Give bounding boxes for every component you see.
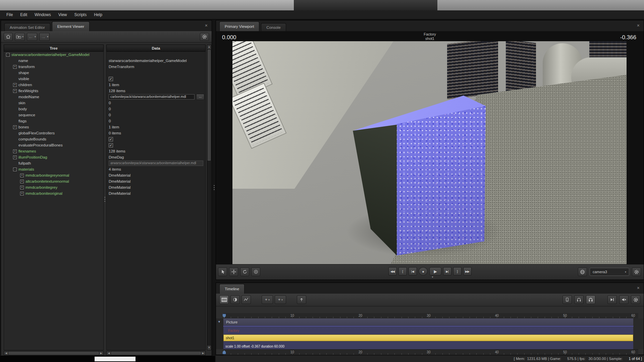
clip-editor-button[interactable]	[219, 295, 229, 304]
tree-item-mmdcarbonitegrey[interactable]: +mmdcarbonitegrey	[4, 184, 103, 190]
checkbox-evaluateProceduralBones[interactable]: ✓	[109, 143, 113, 147]
viewport-3d-scene[interactable]	[232, 41, 627, 265]
tree-item-flags[interactable]: flags	[4, 118, 103, 124]
tree-item-modelName[interactable]: modelName	[4, 94, 103, 100]
camera-select[interactable]: camera3	[590, 268, 629, 276]
collapse-track-icon[interactable]	[218, 320, 221, 323]
go-to-clip-start-button[interactable]: [	[398, 267, 407, 276]
go-to-clip-end-button[interactable]: ]	[453, 267, 462, 276]
rotate-tool-button[interactable]	[240, 267, 249, 276]
scrollbar-thumb[interactable]	[111, 352, 201, 355]
expand-plus-icon[interactable]: +	[13, 149, 17, 153]
tree-item-transform[interactable]: +transform	[4, 64, 103, 70]
motion-editor-button[interactable]	[230, 295, 240, 304]
skip-to-next-clip-button[interactable]: ▶▶	[463, 267, 472, 276]
tree-item-mmdcarboniteoriginal[interactable]: +mmdcarboniteoriginal	[4, 190, 103, 196]
browse-button[interactable]: ...	[196, 94, 204, 100]
scroll-up-icon[interactable]: ▲	[207, 45, 211, 49]
graph-editor-button[interactable]	[241, 295, 251, 304]
tree-item-name[interactable]: name	[4, 58, 103, 64]
scroll-right-icon[interactable]: ▶	[201, 351, 205, 355]
add-keyframe-button[interactable]: +	[262, 295, 273, 304]
expand-plus-icon[interactable]: +	[13, 89, 17, 93]
menu-help[interactable]: Help	[90, 11, 106, 18]
playhead[interactable]	[222, 350, 226, 354]
close-icon[interactable]: ×	[637, 286, 640, 290]
collapse-minus-icon[interactable]: -	[13, 168, 17, 171]
collapse-minus-icon[interactable]: -	[6, 53, 10, 57]
tab-timeline[interactable]: Timeline	[219, 284, 245, 294]
tree-item-starwarscarbonitematerialhelper_GameModel[interactable]: -starwarscarbonitematerialhelper_GameMod…	[4, 52, 103, 58]
data-vertical-scrollbar[interactable]: ▲ ▼	[207, 45, 211, 350]
expand-plus-icon[interactable]: +	[20, 180, 24, 183]
tree-horizontal-scrollbar[interactable]: ◀ ▶	[4, 351, 104, 355]
back-button[interactable]: ←	[27, 33, 37, 41]
tree-item-visible[interactable]: visible	[4, 76, 103, 82]
panel-splitter-grip[interactable]	[213, 183, 215, 192]
mute-button[interactable]	[619, 295, 629, 304]
scroll-down-icon[interactable]: ▼	[207, 346, 211, 350]
tree-item-materials[interactable]: -materials	[4, 166, 103, 172]
timeline-ruler-bottom[interactable]: 102030405060	[223, 349, 638, 355]
tree-item-altcarbonitetexturenormal[interactable]: +altcarbonitetexturenormal	[4, 178, 103, 184]
scroll-right-icon[interactable]: ▶	[99, 351, 103, 355]
column-splitter-grip[interactable]	[104, 195, 106, 203]
add-clip-button[interactable]: +	[275, 295, 286, 304]
expand-plus-icon[interactable]: +	[13, 156, 17, 159]
play-button[interactable]: ▶	[429, 267, 441, 276]
menu-edit[interactable]: Edit	[16, 11, 31, 18]
tab-animation-set-editor[interactable]: Animation Set Editor	[4, 23, 50, 31]
tree-item-flexnames[interactable]: +flexnames	[4, 148, 103, 154]
home-button[interactable]	[4, 33, 13, 41]
capture-device-button[interactable]	[562, 295, 572, 304]
menu-windows[interactable]: Windows	[31, 11, 55, 18]
clip-scale-info-row[interactable]: scale 1.00 offset -0.367 duration 60.000	[223, 341, 633, 349]
expand-plus-icon[interactable]: +	[13, 83, 17, 87]
menu-file[interactable]: File	[3, 11, 16, 18]
viewport-canvas[interactable]: 0.000 -0.366 Factory shot1	[216, 31, 644, 265]
tree-item-body[interactable]: body	[4, 106, 103, 112]
picture-track-header[interactable]: Picture	[223, 318, 633, 326]
expand-plus-icon[interactable]: +	[13, 125, 17, 129]
data-horizontal-scrollbar[interactable]: ◀ ▶	[106, 351, 206, 355]
orbit-camera-button[interactable]	[251, 267, 260, 276]
close-icon[interactable]: ×	[205, 23, 208, 28]
timeline-settings-gear-button[interactable]	[631, 295, 640, 304]
tree-item-sequence[interactable]: sequence	[4, 112, 103, 118]
up-one-level-button[interactable]	[15, 33, 25, 41]
scrollbar-thumb[interactable]	[9, 352, 99, 355]
expand-plus-icon[interactable]: +	[13, 65, 17, 69]
play-options-caret-icon[interactable]	[432, 276, 433, 279]
tree-item-skin[interactable]: skin	[4, 100, 103, 106]
tree-item-bones[interactable]: +bones	[4, 124, 103, 130]
checkbox-visible[interactable]: ✓	[109, 77, 113, 81]
tree-item-children[interactable]: +children	[4, 82, 103, 88]
tab-console[interactable]: Console	[261, 23, 286, 31]
step-forward-button[interactable]: ▶|	[443, 267, 451, 276]
tree-item-shape[interactable]: shape	[4, 70, 103, 76]
tree-item-fullpath[interactable]: fullpath	[4, 160, 103, 166]
film-clip-factory[interactable]: Factory	[223, 326, 633, 335]
promote-selection-button[interactable]	[297, 295, 306, 304]
expand-plus-icon[interactable]: +	[20, 174, 24, 177]
scrollbar-thumb[interactable]	[208, 50, 211, 161]
tree-item-illumPositionDag[interactable]: +illumPositionDag	[4, 154, 103, 160]
checkbox-computeBounds[interactable]: ✓	[109, 137, 113, 141]
tree-item-globalFlexControllers[interactable]: globalFlexControllers	[4, 130, 103, 136]
close-icon[interactable]: ×	[637, 23, 640, 28]
forward-button[interactable]: →	[39, 33, 50, 41]
move-tool-button[interactable]	[229, 267, 238, 276]
headphones-button[interactable]	[574, 295, 584, 304]
playhead[interactable]	[222, 314, 226, 318]
tab-primary-viewport[interactable]: Primary Viewport	[219, 21, 259, 31]
scroll-left-icon[interactable]: ◀	[107, 351, 111, 355]
tree-item-computeBounds[interactable]: computeBounds	[4, 136, 103, 142]
step-back-button[interactable]: |◀	[409, 267, 417, 276]
solo-headphones-button[interactable]	[586, 295, 595, 304]
timeline-ruler-top[interactable]: 102030405060	[223, 313, 638, 319]
viewport-settings-gear-button[interactable]	[632, 267, 641, 276]
select-tool-button[interactable]	[218, 267, 227, 276]
tab-element-viewer[interactable]: Element Viewer	[52, 21, 90, 31]
tree-item-flexWeights[interactable]: +flexWeights	[4, 88, 103, 94]
world-camera-button[interactable]	[578, 267, 587, 276]
